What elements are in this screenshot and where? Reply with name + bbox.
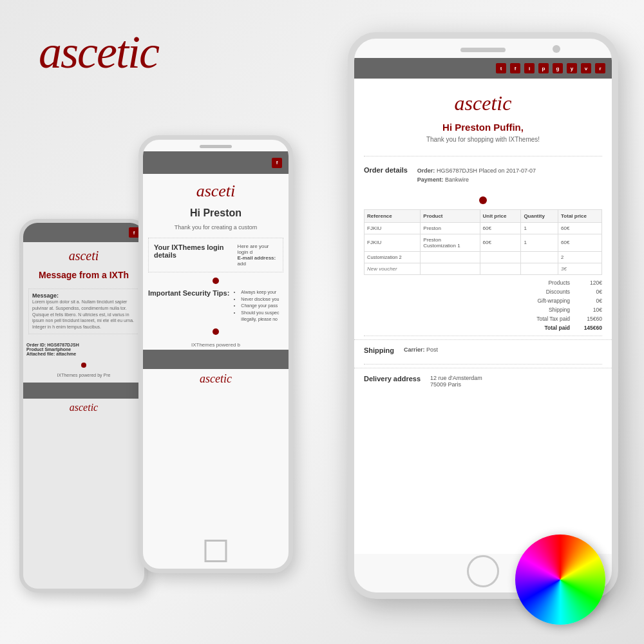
table-row: FJKIU Preston 60€ 1 60€ — [365, 222, 602, 234]
voucher-label: New voucher — [365, 263, 421, 274]
row1-unit-price: 60€ — [480, 222, 521, 234]
totals-products: Products 120€ — [364, 278, 602, 287]
phone2-social-icon: f — [272, 158, 282, 168]
totals-gift: Gift-wrapping 0€ — [364, 296, 602, 305]
totals-section: Products 120€ Discounts 0€ Gift-wrapping… — [364, 278, 602, 332]
row2-quantity: 1 — [521, 234, 558, 251]
phone-1: f asceti Message from a IXTh Message: Lo… — [19, 219, 148, 592]
totals-tax: Total Tax paid 15€60 — [364, 314, 602, 323]
security-tip-4: Should you suspec illegally, please no — [241, 310, 283, 323]
table-row: FJKIU PrestonCustomization 1 60€ 1 60€ — [365, 234, 602, 251]
phone1-footer-info: Order ID: HGS6787DJSH Product Smartphone… — [23, 339, 144, 359]
totals-total: Total paid 145€60 — [364, 323, 602, 332]
order-table-head: Reference Product Unit price Quantity To… — [365, 209, 602, 222]
separator-1 — [364, 156, 602, 156]
phone3-header-bar: t f i p g y v r — [354, 58, 612, 79]
phone3-logo: ascetic — [354, 79, 612, 122]
voucher-row: New voucher 3€ — [365, 263, 602, 274]
order-table-body: FJKIU Preston 60€ 1 60€ FJKIU PrestonCus… — [365, 222, 602, 274]
customization-empty-3 — [521, 251, 558, 263]
phone3-home-button — [467, 555, 499, 587]
totals-discounts: Discounts 0€ — [364, 287, 602, 296]
phone2-email-label: E-mail address: add — [238, 255, 278, 267]
phone2-footer-logo: ascetic — [143, 369, 289, 389]
discounts-value: 0€ — [583, 289, 602, 295]
separator-2 — [364, 336, 602, 336]
table-header-row: Reference Product Unit price Quantity To… — [365, 209, 602, 222]
youtube-icon: y — [567, 63, 577, 73]
phone1-red-dot — [81, 363, 86, 368]
voucher-empty-2 — [480, 263, 521, 274]
phone2-security: Important Security Tips: Always keep you… — [148, 289, 283, 323]
phone-2: f asceti Hi Preston Thank you for creati… — [138, 135, 293, 573]
phone1-message-text: Lorem ipsum dolor sit a. Nullam tincidun… — [32, 299, 135, 330]
tax-label: Total Tax paid — [518, 316, 570, 322]
row1-quantity: 1 — [521, 222, 558, 234]
security-tip-1: Always keep your — [241, 289, 283, 296]
phone2-home-button — [205, 540, 227, 562]
discounts-label: Discounts — [518, 289, 570, 295]
phone1-attached: Attached file: attachme — [26, 352, 141, 356]
phone1-footer-text: IXThemes powered by Pre — [23, 371, 144, 379]
shipping-section: Shipping Carrier: Post — [354, 339, 612, 361]
products-value: 120€ — [583, 279, 602, 286]
total-value: 145€60 — [583, 325, 602, 331]
order-details-label: Order details — [364, 166, 408, 185]
order-details-info: Order: HGS6787DJSH Placed on 2017-07-07 … — [417, 166, 536, 185]
phone2-red-dot-2 — [213, 328, 219, 335]
phone2-red-dot — [213, 278, 219, 284]
phone2-subtext: Thank you for creating a custom — [143, 222, 289, 232]
customization-value: 2 — [558, 251, 602, 263]
shipping-total-label: Shipping — [518, 307, 570, 313]
phone3-speaker — [460, 48, 506, 52]
pinterest-icon: p — [538, 63, 549, 73]
instagram-icon: i — [524, 63, 535, 73]
col-quantity: Quantity — [521, 209, 558, 222]
col-reference: Reference — [365, 209, 421, 222]
phone2-footer-bar — [143, 350, 289, 369]
gift-value: 0€ — [583, 298, 602, 304]
phone1-social-icon: f — [129, 227, 139, 238]
phone2-footer-text: IXThemes powered b — [143, 340, 289, 350]
phone2-login-box: Your IXThemes login details Here are you… — [148, 238, 283, 272]
phone2-heading: Hi Preston — [143, 204, 289, 222]
order-details-section: Order details Order: HGS6787DJSH Placed … — [354, 160, 612, 191]
voucher-empty-3 — [521, 263, 558, 274]
phone1-header: f — [23, 223, 144, 242]
main-logo: ascetic — [39, 26, 158, 79]
col-product: Product — [421, 209, 480, 222]
voucher-empty-1 — [421, 263, 480, 274]
row1-total: 60€ — [558, 222, 602, 234]
customization-empty-2 — [480, 251, 521, 263]
google-icon: g — [553, 63, 563, 73]
phone1-heading: Message from a IXTh — [23, 267, 144, 283]
phone3-thank-you: Thank you for shopping with IXThemes! — [354, 136, 612, 153]
order-table: Reference Product Unit price Quantity To… — [364, 209, 602, 275]
phone2-speaker — [200, 145, 232, 148]
rss-icon: r — [595, 63, 605, 73]
phone1-message-label: Message: — [32, 292, 135, 299]
phone3-email-content: t f i p g y v r ascetic Hi Preston Puffi… — [354, 58, 612, 554]
col-unit-price: Unit price — [480, 209, 521, 222]
vimeo-icon: v — [581, 63, 591, 73]
total-label: Total paid — [518, 325, 570, 331]
delivery-label: Delivery address — [364, 375, 421, 388]
order-number: Order: HGS6787DJSH Placed on 2017-07-07 — [417, 166, 536, 175]
delivery-address: 12 rue d'Amsterdam 75009 Paris — [430, 375, 482, 388]
carrier-value: Post — [426, 346, 438, 353]
gift-label: Gift-wrapping — [518, 298, 570, 304]
phone2-login-header: Your IXThemes login details — [154, 243, 232, 259]
phone1-order-id: Order ID: HGS6787DJSH — [26, 343, 141, 347]
payment-info: Payment: Bankwire — [417, 175, 536, 184]
phone2-logo: asceti — [143, 174, 289, 204]
carrier-label: Carrier: — [404, 346, 425, 353]
facebook-icon: f — [510, 63, 520, 73]
red-dot-1 — [479, 196, 487, 204]
row1-reference: FJKIU — [365, 222, 421, 234]
row2-reference: FJKIU — [365, 234, 421, 251]
security-tip-2: Never disclose you — [241, 296, 283, 303]
tax-value: 15€60 — [583, 316, 602, 322]
row2-product: PrestonCustomization 1 — [421, 234, 480, 251]
shipping-total-value: 10€ — [583, 307, 602, 313]
products-label: Products — [518, 279, 570, 286]
